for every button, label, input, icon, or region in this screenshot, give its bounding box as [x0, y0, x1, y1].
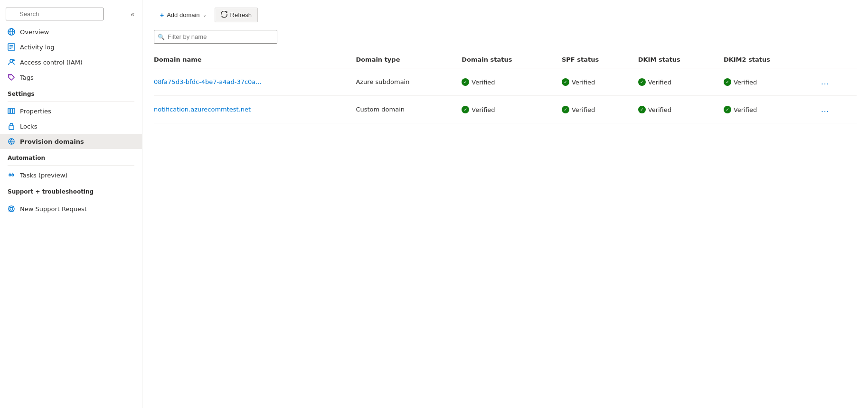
cell-domain-type: Azure subdomain: [356, 68, 462, 96]
verified-icon: ✓: [638, 106, 646, 113]
verified-icon: ✓: [724, 78, 731, 86]
verified-text: Verified: [472, 79, 495, 86]
toolbar: + Add domain ⌄ Refresh: [154, 8, 857, 22]
support-section-header: Support + troubleshooting: [0, 183, 142, 197]
overview-label: Overview: [20, 28, 49, 36]
iam-icon: [8, 58, 15, 66]
table-row: 08fa75d3-bfdc-4be7-a4ad-37c0a... Azure s…: [154, 68, 857, 96]
tasks-icon: [8, 171, 15, 179]
verified-badge: ✓Verified: [562, 106, 595, 113]
tags-label: Tags: [20, 74, 34, 81]
locks-icon: [8, 122, 15, 130]
verified-icon: ✓: [562, 106, 569, 113]
refresh-label: Refresh: [230, 11, 252, 19]
properties-label: Properties: [20, 108, 51, 115]
sidebar-item-tasks[interactable]: Tasks (preview): [0, 167, 142, 183]
more-actions-button[interactable]: …: [817, 102, 833, 116]
col-spf-status: SPF status: [562, 51, 638, 68]
more-actions-button[interactable]: …: [817, 75, 833, 89]
new-support-label: New Support Request: [20, 205, 87, 213]
verified-text: Verified: [472, 106, 495, 113]
search-input[interactable]: [6, 8, 104, 20]
col-domain-type: Domain type: [356, 51, 462, 68]
svg-point-7: [10, 59, 13, 62]
cell-domain-status: ✓Verified: [462, 68, 562, 96]
sidebar: 🔍 « Overview Activity log Access control…: [0, 0, 142, 408]
sidebar-item-activity-log[interactable]: Activity log: [0, 39, 142, 55]
table-row: notification.azurecommtest.net Custom do…: [154, 96, 857, 123]
support-icon: [8, 205, 15, 213]
filter-search-icon: 🔍: [158, 34, 165, 40]
sidebar-item-overview[interactable]: Overview: [0, 24, 142, 39]
refresh-icon: [221, 11, 227, 19]
verified-text: Verified: [572, 106, 595, 113]
filter-by-name-input[interactable]: [154, 30, 277, 44]
tasks-label: Tasks (preview): [20, 172, 67, 179]
provision-domains-label: Provision domains: [20, 138, 84, 145]
automation-divider: [8, 165, 134, 166]
verified-badge: ✓Verified: [462, 78, 495, 86]
col-actions: [817, 51, 857, 68]
table-header: Domain name Domain type Domain status SP…: [154, 51, 857, 68]
filter-row: 🔍: [154, 30, 857, 44]
svg-point-16: [12, 174, 14, 176]
verified-badge: ✓Verified: [562, 78, 595, 86]
properties-icon: [8, 107, 15, 115]
verified-badge: ✓Verified: [724, 78, 757, 86]
search-wrapper: 🔍: [6, 8, 126, 20]
refresh-button[interactable]: Refresh: [215, 8, 258, 22]
sidebar-item-new-support[interactable]: New Support Request: [0, 201, 142, 216]
svg-point-9: [9, 75, 10, 76]
add-domain-button[interactable]: + Add domain ⌄: [154, 8, 213, 22]
cell-more-actions: …: [817, 96, 857, 123]
main-content: + Add domain ⌄ Refresh 🔍 Domain name Dom…: [142, 0, 868, 408]
verified-text: Verified: [648, 106, 671, 113]
add-domain-label: Add domain: [167, 11, 199, 19]
add-domain-plus-icon: +: [160, 11, 164, 19]
verified-badge: ✓Verified: [462, 106, 495, 113]
verified-badge: ✓Verified: [638, 78, 671, 86]
verified-icon: ✓: [462, 78, 469, 86]
support-divider: [8, 199, 134, 199]
cell-dkim2-status: ✓Verified: [724, 96, 817, 123]
svg-point-8: [13, 59, 15, 61]
verified-icon: ✓: [462, 106, 469, 113]
svg-rect-11: [10, 109, 12, 113]
verified-badge: ✓Verified: [724, 106, 757, 113]
sidebar-item-locks[interactable]: Locks: [0, 119, 142, 134]
sidebar-item-iam[interactable]: Access control (IAM): [0, 55, 142, 70]
sidebar-item-provision-domains[interactable]: Provision domains: [0, 134, 142, 149]
table-body: 08fa75d3-bfdc-4be7-a4ad-37c0a... Azure s…: [154, 68, 857, 123]
verified-text: Verified: [648, 79, 671, 86]
sidebar-search-row: 🔍 «: [0, 4, 142, 24]
cell-domain-type: Custom domain: [356, 96, 462, 123]
cell-spf-status: ✓Verified: [562, 96, 638, 123]
col-dkim-status: DKIM status: [638, 51, 724, 68]
filter-input-wrapper: 🔍: [154, 30, 277, 44]
add-domain-chevron-icon: ⌄: [203, 12, 207, 18]
col-dkim2-status: DKIM2 status: [724, 51, 817, 68]
collapse-sidebar-button[interactable]: «: [129, 9, 136, 20]
svg-point-15: [9, 174, 11, 176]
tags-icon: [8, 74, 15, 81]
verified-icon: ✓: [638, 78, 646, 86]
sidebar-item-tags[interactable]: Tags: [0, 70, 142, 85]
cell-spf-status: ✓Verified: [562, 68, 638, 96]
domain-name-link[interactable]: 08fa75d3-bfdc-4be7-a4ad-37c0a...: [154, 78, 262, 85]
sidebar-item-properties[interactable]: Properties: [0, 103, 142, 119]
domain-name-link[interactable]: notification.azurecommtest.net: [154, 106, 251, 113]
locks-label: Locks: [20, 123, 37, 130]
col-domain-status: Domain status: [462, 51, 562, 68]
cell-domain-name: 08fa75d3-bfdc-4be7-a4ad-37c0a...: [154, 68, 356, 96]
provision-domains-icon: [8, 138, 15, 145]
activity-log-icon: [8, 43, 15, 51]
domain-table: Domain name Domain type Domain status SP…: [154, 51, 857, 123]
verified-icon: ✓: [562, 78, 569, 86]
svg-rect-12: [13, 109, 15, 113]
svg-rect-13: [9, 126, 14, 130]
overview-icon: [8, 28, 15, 36]
col-domain-name: Domain name: [154, 51, 356, 68]
iam-label: Access control (IAM): [20, 59, 83, 66]
cell-dkim2-status: ✓Verified: [724, 68, 817, 96]
verified-icon: ✓: [724, 106, 731, 113]
